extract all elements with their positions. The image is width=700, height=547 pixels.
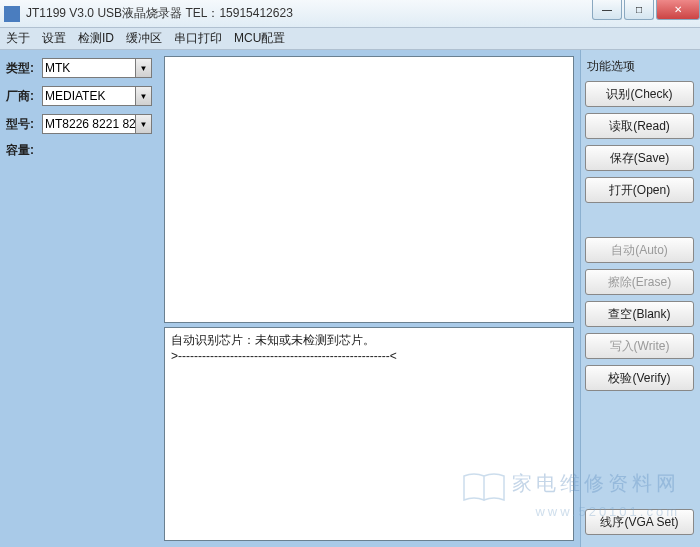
- open-button[interactable]: 打开(Open): [585, 177, 694, 203]
- model-value: MT8226 8221 82: [45, 117, 136, 131]
- log-area: 自动识别芯片：未知或未检测到芯片。 >---------------------…: [164, 327, 574, 541]
- erase-button[interactable]: 擦除(Erase): [585, 269, 694, 295]
- window-title: JT1199 V3.0 USB液晶烧录器 TEL：15915412623: [26, 5, 293, 22]
- menu-serial-print[interactable]: 串口打印: [174, 30, 222, 47]
- model-label: 型号:: [6, 116, 42, 133]
- vendor-label: 厂商:: [6, 88, 42, 105]
- capacity-label: 容量:: [6, 142, 42, 159]
- menu-about[interactable]: 关于: [6, 30, 30, 47]
- auto-button[interactable]: 自动(Auto): [585, 237, 694, 263]
- close-button[interactable]: ✕: [656, 0, 700, 20]
- title-bar: JT1199 V3.0 USB液晶烧录器 TEL：15915412623 — □…: [0, 0, 700, 28]
- vgaset-button[interactable]: 线序(VGA Set): [585, 509, 694, 535]
- left-panel: 类型: MTK ▼ 厂商: MEDIATEK ▼ 型号: MT8226 8221…: [0, 50, 158, 547]
- field-model: 型号: MT8226 8221 82 ▼: [6, 114, 152, 134]
- model-select[interactable]: MT8226 8221 82 ▼: [42, 114, 152, 134]
- log-line-1: 自动识别芯片：未知或未检测到芯片。: [171, 333, 375, 347]
- type-label: 类型:: [6, 60, 42, 77]
- menu-buffer[interactable]: 缓冲区: [126, 30, 162, 47]
- menu-mcu-config[interactable]: MCU配置: [234, 30, 285, 47]
- maximize-button[interactable]: □: [624, 0, 654, 20]
- app-icon: [4, 6, 20, 22]
- spacer: [585, 209, 694, 237]
- save-button[interactable]: 保存(Save): [585, 145, 694, 171]
- menu-bar: 关于 设置 检测ID 缓冲区 串口打印 MCU配置: [0, 28, 700, 50]
- read-button[interactable]: 读取(Read): [585, 113, 694, 139]
- main-body: 类型: MTK ▼ 厂商: MEDIATEK ▼ 型号: MT8226 8221…: [0, 50, 700, 547]
- preview-area: [164, 56, 574, 323]
- chevron-down-icon: ▼: [135, 59, 151, 77]
- menu-settings[interactable]: 设置: [42, 30, 66, 47]
- chevron-down-icon: ▼: [135, 87, 151, 105]
- field-capacity: 容量:: [6, 142, 152, 159]
- check-button[interactable]: 识别(Check): [585, 81, 694, 107]
- write-button[interactable]: 写入(Write): [585, 333, 694, 359]
- verify-button[interactable]: 校验(Verify): [585, 365, 694, 391]
- vendor-value: MEDIATEK: [45, 89, 105, 103]
- right-panel: 功能选项 识别(Check) 读取(Read) 保存(Save) 打开(Open…: [580, 50, 700, 547]
- log-line-2: >---------------------------------------…: [171, 349, 397, 363]
- vendor-select[interactable]: MEDIATEK ▼: [42, 86, 152, 106]
- right-section-title: 功能选项: [587, 58, 694, 75]
- window-controls: — □ ✕: [590, 0, 700, 20]
- menu-detect-id[interactable]: 检测ID: [78, 30, 114, 47]
- chevron-down-icon: ▼: [135, 115, 151, 133]
- blank-button[interactable]: 查空(Blank): [585, 301, 694, 327]
- minimize-button[interactable]: —: [592, 0, 622, 20]
- type-value: MTK: [45, 61, 70, 75]
- field-type: 类型: MTK ▼: [6, 58, 152, 78]
- flex-spacer: [585, 397, 694, 509]
- type-select[interactable]: MTK ▼: [42, 58, 152, 78]
- field-vendor: 厂商: MEDIATEK ▼: [6, 86, 152, 106]
- center-panel: 自动识别芯片：未知或未检测到芯片。 >---------------------…: [158, 50, 580, 547]
